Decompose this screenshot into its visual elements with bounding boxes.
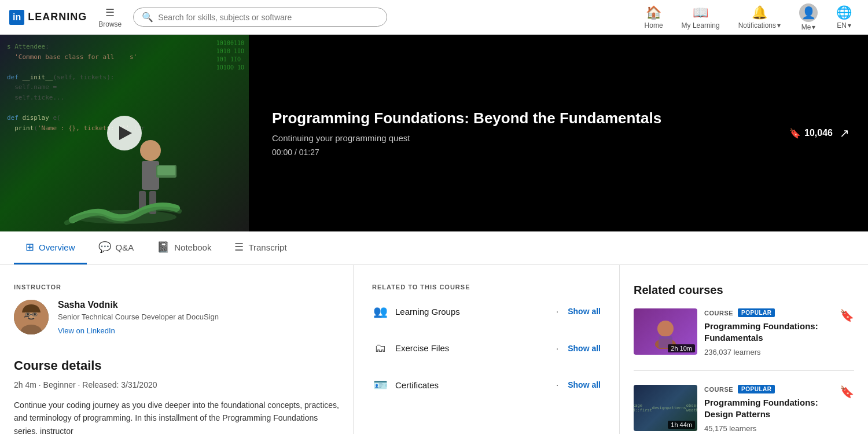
overview-icon: ⊞ xyxy=(25,241,34,253)
avatar: 👤 xyxy=(799,3,818,22)
nav-home[interactable]: 🏠 Home xyxy=(638,3,670,32)
qa-icon: 💬 xyxy=(98,241,111,253)
nav-my-learning[interactable]: 📖 My Learning xyxy=(675,3,727,32)
course-card-2: package head::first designpatterns obser… xyxy=(634,385,854,434)
home-icon: 🏠 xyxy=(646,5,661,20)
svg-point-1 xyxy=(140,140,161,161)
course-learners-1: 236,037 learners xyxy=(704,348,833,356)
course-learners-2: 45,175 learners xyxy=(704,424,833,433)
logo-box: in xyxy=(9,10,24,25)
header: in LEARNING ☰ Browse 🔍 🏠 Home 📖 My Learn… xyxy=(0,0,868,35)
me-chevron-icon: ▾ xyxy=(812,23,815,31)
bookmark-button-2[interactable]: 🔖 xyxy=(840,385,854,399)
search-icon: 🔍 xyxy=(142,12,153,23)
nav-my-learning-label: My Learning xyxy=(682,21,720,30)
course-description: Continue your coding journey as you dive… xyxy=(14,399,339,434)
menu-icon: ☰ xyxy=(105,6,115,19)
hero-time: 00:00 / 01:27 xyxy=(272,148,766,157)
avatar-inner xyxy=(14,300,49,334)
transcript-icon: ☰ xyxy=(234,241,244,253)
main-nav: 🏠 Home 📖 My Learning 🔔 Notifications ▾ 👤… xyxy=(638,1,859,34)
instructor-name: Sasha Vodnik xyxy=(58,300,219,310)
related-label: RELATED TO THIS COURSE xyxy=(372,284,601,290)
tab-overview[interactable]: ⊞ Overview xyxy=(14,231,87,264)
instructor-avatar xyxy=(14,300,49,334)
course-thumb-2: package head::first designpatterns obser… xyxy=(634,385,697,431)
related-courses-title: Related courses xyxy=(634,284,854,297)
learning-groups-show-all[interactable]: Show all xyxy=(568,307,601,316)
lang-chevron-icon: ▾ xyxy=(848,21,851,30)
course-1-duration: 2h 10m xyxy=(668,344,695,352)
left-col: INSTRUCTOR xyxy=(0,265,353,434)
nav-notifications[interactable]: 🔔 Notifications ▾ xyxy=(731,3,788,32)
hero-section: s Attendee: 'Common base class for all s… xyxy=(0,35,868,231)
search-bar: 🔍 xyxy=(133,8,387,27)
exercise-files-label: Exercise Files xyxy=(395,343,547,353)
course-type-row-1: COURSE POPULAR xyxy=(704,308,833,317)
notifications-chevron-icon: ▾ xyxy=(777,21,781,30)
course-thumb-1: 2h 10m xyxy=(634,308,697,355)
learning-groups-label: Learning Groups xyxy=(395,307,547,317)
svg-point-15 xyxy=(657,321,674,337)
bookmark-icon-hero[interactable]: 🔖 xyxy=(789,128,801,139)
bell-icon: 🔔 xyxy=(752,5,767,20)
tab-overview-label: Overview xyxy=(39,242,75,252)
course-type-row-2: COURSE POPULAR xyxy=(704,385,833,393)
exercise-files-show-all[interactable]: Show all xyxy=(568,344,601,353)
nav-me[interactable]: 👤 Me ▾ xyxy=(792,1,825,34)
svg-point-10 xyxy=(27,313,29,315)
course-card-title-2: Programming Foundations: Design Patterns xyxy=(704,397,833,420)
play-button[interactable] xyxy=(107,116,142,150)
related-exercise-files: 🗂 Exercise Files · Show all xyxy=(372,341,601,366)
binary-decoration: 101001101010 1IO101 1IO1O1OO 1O xyxy=(216,39,244,72)
related-certificates: 🪪 Certificates · Show all xyxy=(372,378,601,403)
nav-me-label: Me xyxy=(801,23,811,31)
instructor-section: INSTRUCTOR xyxy=(14,284,339,335)
course-card-info-2: COURSE POPULAR Programming Foundations: … xyxy=(704,385,833,433)
popular-badge-1: POPULAR xyxy=(738,308,775,317)
course-type-label-1: COURSE xyxy=(704,310,733,317)
certificates-label: Certificates xyxy=(395,380,547,390)
nav-lang-label: EN xyxy=(837,21,847,30)
tab-notebook[interactable]: 📓 Notebook xyxy=(145,231,223,264)
hero-actions: 🔖 10,046 ↗ xyxy=(789,126,849,140)
course-details-title: Course details xyxy=(14,358,339,373)
tab-transcript[interactable]: ☰ Transcript xyxy=(223,231,298,264)
tab-qa[interactable]: 💬 Q&A xyxy=(87,231,146,264)
svg-rect-6 xyxy=(157,166,175,175)
course-meta: 2h 4m · Beginner · Released: 3/31/2020 xyxy=(14,380,339,389)
certificates-icon: 🪪 xyxy=(372,378,388,392)
search-input[interactable] xyxy=(158,13,378,22)
related-section: RELATED TO THIS COURSE 👥 Learning Groups… xyxy=(353,265,619,434)
tab-qa-label: Q&A xyxy=(116,242,134,252)
bookmark-number: 10,046 xyxy=(804,128,833,138)
logo-text: LEARNING xyxy=(28,11,87,23)
course-card-info-1: COURSE POPULAR Programming Foundations: … xyxy=(704,308,833,356)
nav-language[interactable]: 🌐 EN ▾ xyxy=(829,3,859,32)
linkedin-link[interactable]: View on LinkedIn xyxy=(58,326,115,335)
instructor-info: Sasha Vodnik Senior Technical Course Dev… xyxy=(14,300,339,335)
dot-2: · xyxy=(556,344,558,353)
book-icon: 📖 xyxy=(693,5,708,20)
exercise-files-icon: 🗂 xyxy=(372,341,388,355)
related-learning-groups: 👥 Learning Groups · Show all xyxy=(372,304,601,330)
instructor-details: Sasha Vodnik Senior Technical Course Dev… xyxy=(58,300,219,335)
hero-subtitle: Continuing your programming quest xyxy=(272,133,766,143)
dot-1: · xyxy=(556,307,558,316)
tab-notebook-label: Notebook xyxy=(174,242,211,252)
nav-notifications-label: Notifications xyxy=(738,21,776,30)
hero-title: Programming Foundations: Beyond the Fund… xyxy=(272,109,766,127)
course-description-text: Continue your coding journey as you dive… xyxy=(14,400,339,434)
course-details-section: Course details 2h 4m · Beginner · Releas… xyxy=(14,358,339,434)
play-icon xyxy=(119,126,132,140)
svg-point-11 xyxy=(34,313,36,315)
share-icon[interactable]: ↗ xyxy=(840,126,849,140)
bookmark-button-1[interactable]: 🔖 xyxy=(840,308,854,322)
two-col: INSTRUCTOR xyxy=(0,265,619,434)
logo[interactable]: in LEARNING xyxy=(9,10,87,25)
bookmark-count: 🔖 10,046 xyxy=(789,128,833,139)
dot-3: · xyxy=(556,380,558,389)
certificates-show-all[interactable]: Show all xyxy=(568,380,601,389)
browse-button[interactable]: ☰ Browse xyxy=(94,4,126,31)
course-2-duration: 1h 44m xyxy=(668,421,695,429)
